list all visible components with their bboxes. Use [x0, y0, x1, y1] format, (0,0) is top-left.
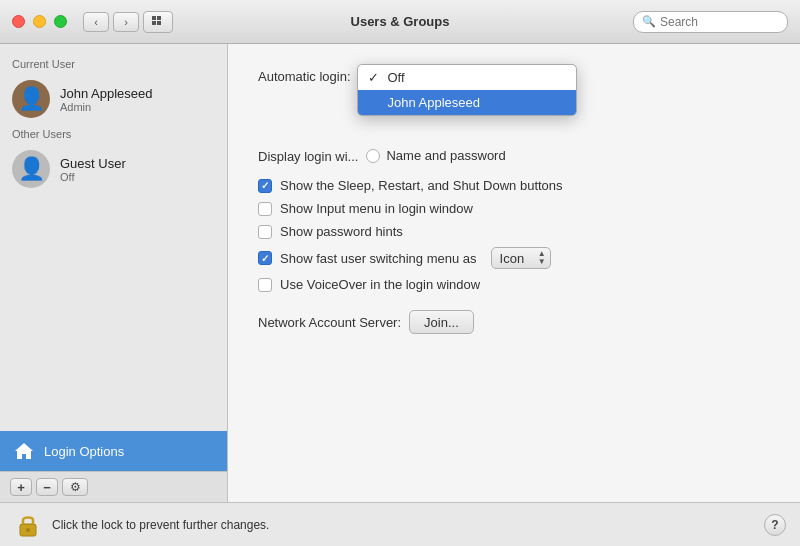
maximize-button[interactable] — [54, 15, 67, 28]
login-options-label: Login Options — [44, 444, 124, 459]
radio-group: Name and password — [366, 148, 505, 163]
checkbox-label-4: Use VoiceOver in the login window — [280, 277, 480, 292]
checkbox-label-1: Show Input menu in login window — [280, 201, 473, 216]
svg-rect-1 — [157, 16, 161, 20]
lock-button[interactable] — [14, 511, 42, 539]
current-user-name: John Appleseed — [60, 86, 153, 101]
current-user-label: Current User — [0, 54, 227, 74]
checkbox-1[interactable] — [258, 202, 272, 216]
checkmark-3: ✓ — [261, 253, 269, 264]
join-button[interactable]: Join... — [409, 310, 474, 334]
radio-name-password-label: Name and password — [386, 148, 505, 163]
checkbox-0[interactable]: ✓ — [258, 179, 272, 193]
user-icon: 👤 — [18, 86, 45, 112]
auto-login-popup[interactable]: Off John Appleseed — [357, 64, 577, 116]
nav-back-button[interactable]: ‹ — [83, 12, 109, 32]
display-login-label: Display login wi... — [258, 149, 358, 164]
network-row: Network Account Server: Join... — [258, 310, 770, 334]
bottom-message: Click the lock to prevent further change… — [52, 518, 269, 532]
avatar: 👤 — [12, 80, 50, 118]
checkbox-row-1[interactable]: Show Input menu in login window — [258, 201, 770, 216]
window-title: Users & Groups — [351, 14, 450, 29]
guest-user-name: Guest User — [60, 156, 126, 171]
checkbox-2[interactable] — [258, 225, 272, 239]
nav-forward-button[interactable]: › — [113, 12, 139, 32]
svg-rect-0 — [152, 16, 156, 20]
svg-rect-2 — [152, 21, 156, 25]
auto-login-dropdown-container: Off Off John Appleseed — [359, 64, 479, 88]
svg-marker-4 — [15, 443, 33, 459]
current-user-info: John Appleseed Admin — [60, 86, 153, 113]
checkbox-label-2: Show password hints — [280, 224, 403, 239]
right-panel: Automatic login: Off Off John Appleseed … — [228, 44, 800, 502]
checkbox-section: ✓ Show the Sleep, Restart, and Shut Down… — [258, 178, 770, 292]
checkbox-label-0: Show the Sleep, Restart, and Shut Down b… — [280, 178, 563, 193]
checkbox-row-0[interactable]: ✓ Show the Sleep, Restart, and Shut Down… — [258, 178, 770, 193]
guest-user-info: Guest User Off — [60, 156, 126, 183]
display-login-row: Display login wi... Name and password — [258, 146, 770, 164]
search-input[interactable] — [660, 15, 779, 29]
checkbox-row-3[interactable]: ✓ Show fast user switching menu as Icon … — [258, 247, 770, 269]
main-content: Current User 👤 John Appleseed Admin Othe… — [0, 44, 800, 502]
svg-rect-3 — [157, 21, 161, 25]
switching-select[interactable]: Icon ▲ ▼ — [491, 247, 551, 269]
grid-button[interactable] — [143, 11, 173, 33]
sidebar-bottom-bar: + − ⚙ — [0, 471, 227, 502]
minimize-button[interactable] — [33, 15, 46, 28]
remove-user-button[interactable]: − — [36, 478, 58, 496]
svg-point-6 — [26, 528, 30, 532]
close-button[interactable] — [12, 15, 25, 28]
checkbox-label-3: Show fast user switching menu as — [280, 251, 477, 266]
login-options-item[interactable]: Login Options — [0, 431, 227, 471]
auto-login-row: Automatic login: Off Off John Appleseed — [258, 64, 770, 88]
dropdown-item-off[interactable]: Off — [358, 65, 576, 90]
checkmark-0: ✓ — [261, 180, 269, 191]
select-arrow-icon: ▲ ▼ — [538, 250, 546, 266]
guest-user-status: Off — [60, 171, 126, 183]
guest-avatar: 👤 — [12, 150, 50, 188]
dropdown-item-john[interactable]: John Appleseed — [358, 90, 576, 115]
titlebar: ‹ › Users & Groups 🔍 — [0, 0, 800, 44]
window-controls — [12, 15, 67, 28]
checkbox-3[interactable]: ✓ — [258, 251, 272, 265]
search-icon: 🔍 — [642, 15, 656, 28]
house-icon — [12, 439, 36, 463]
network-server-label: Network Account Server: — [258, 315, 401, 330]
nav-buttons: ‹ › — [83, 12, 139, 32]
checkbox-row-2[interactable]: Show password hints — [258, 224, 770, 239]
search-box[interactable]: 🔍 — [633, 11, 788, 33]
checkbox-4[interactable] — [258, 278, 272, 292]
current-user-item[interactable]: 👤 John Appleseed Admin — [0, 74, 227, 124]
other-users-label: Other Users — [0, 124, 227, 144]
current-user-role: Admin — [60, 101, 153, 113]
add-user-button[interactable]: + — [10, 478, 32, 496]
sidebar: Current User 👤 John Appleseed Admin Othe… — [0, 44, 228, 502]
checkbox-row-4[interactable]: Use VoiceOver in the login window — [258, 277, 770, 292]
gear-button[interactable]: ⚙ — [62, 478, 88, 496]
guest-user-item[interactable]: 👤 Guest User Off — [0, 144, 227, 194]
radio-name-password[interactable]: Name and password — [366, 148, 505, 163]
switching-select-value: Icon — [500, 251, 525, 266]
radio-circle — [366, 149, 380, 163]
auto-login-label: Automatic login: — [258, 69, 351, 84]
bottom-bar: Click the lock to prevent further change… — [0, 502, 800, 546]
help-button[interactable]: ? — [764, 514, 786, 536]
guest-icon: 👤 — [18, 156, 45, 182]
